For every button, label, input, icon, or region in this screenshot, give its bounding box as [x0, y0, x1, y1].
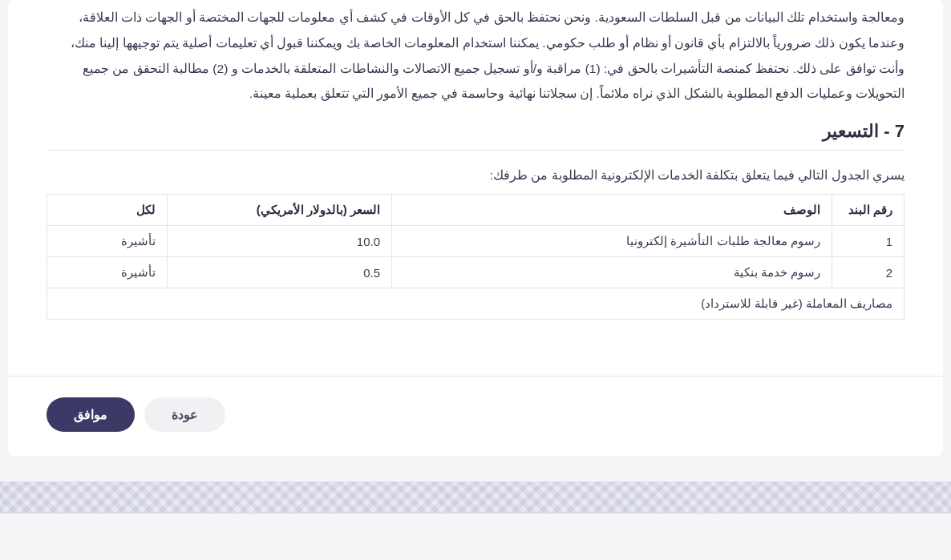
- pricing-table: رقم البند الوصف السعر (بالدولار الأمريكي…: [47, 194, 904, 320]
- content-card: ومعالجة واستخدام تلك البيانات من قبل الس…: [8, 0, 943, 456]
- button-bar: موافق عودة: [8, 376, 943, 432]
- cell-price: 0.5: [168, 257, 392, 288]
- cell-num: 2: [832, 257, 904, 288]
- cell-desc: رسوم خدمة بنكية: [392, 257, 832, 288]
- cell-num: 1: [832, 226, 904, 257]
- back-button[interactable]: عودة: [144, 397, 225, 432]
- th-price: السعر (بالدولار الأمريكي): [168, 195, 392, 226]
- th-description: الوصف: [392, 195, 832, 226]
- table-row: 1 رسوم معالجة طلبات التأشيرة إلكترونيا 1…: [47, 226, 904, 257]
- th-per: لكل: [47, 195, 168, 226]
- cell-per: تأشيرة: [47, 257, 168, 288]
- footer-pattern: [0, 481, 951, 514]
- disclosure-paragraph: ومعالجة واستخدام تلك البيانات من قبل الس…: [47, 5, 904, 107]
- table-footnote-row: مصاريف المعاملة (غير قابلة للاسترداد): [47, 288, 904, 320]
- cell-price: 10.0: [168, 226, 392, 257]
- th-item-number: رقم البند: [832, 195, 904, 226]
- cell-per: تأشيرة: [47, 226, 168, 257]
- agree-button[interactable]: موافق: [47, 397, 135, 432]
- table-footnote: مصاريف المعاملة (غير قابلة للاسترداد): [47, 288, 904, 320]
- table-header-row: رقم البند الوصف السعر (بالدولار الأمريكي…: [47, 195, 904, 226]
- section-title-pricing: 7 - التسعير: [47, 121, 904, 151]
- cell-desc: رسوم معالجة طلبات التأشيرة إلكترونيا: [392, 226, 832, 257]
- table-row: 2 رسوم خدمة بنكية 0.5 تأشيرة: [47, 257, 904, 288]
- pricing-intro: يسري الجدول التالي فيما يتعلق بتكلفة الخ…: [47, 168, 904, 183]
- content-body: ومعالجة واستخدام تلك البيانات من قبل الس…: [8, 0, 943, 328]
